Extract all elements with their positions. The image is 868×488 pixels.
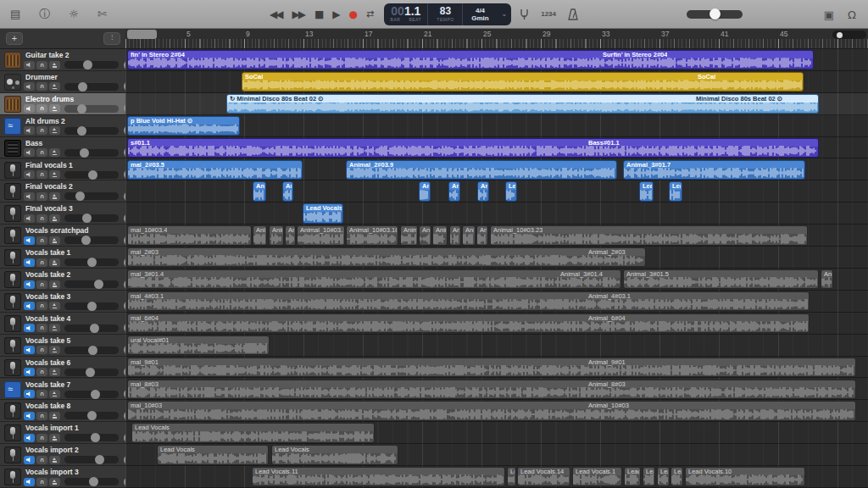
- volume-slider-thumb[interactable]: [87, 302, 97, 311]
- volume-slider-thumb[interactable]: [86, 368, 95, 377]
- track-header-final-vocals-1[interactable]: Final vocals 1∩: [0, 159, 125, 181]
- region-anim[interactable]: Anim: [432, 225, 448, 245]
- mute-button[interactable]: [24, 192, 35, 201]
- cycle-region[interactable]: [127, 30, 157, 39]
- mute-button[interactable]: [24, 170, 35, 179]
- volume-slider[interactable]: [64, 412, 119, 419]
- solo-button[interactable]: ∩: [36, 368, 47, 376]
- volume-slider-thumb[interactable]: [95, 455, 104, 464]
- count-in-button[interactable]: 1234: [541, 10, 556, 18]
- region-ani[interactable]: Ani: [477, 181, 489, 201]
- volume-slider-thumb[interactable]: [94, 280, 103, 289]
- track-header-vocals-take-6[interactable]: Vocals take 6∩: [0, 357, 125, 379]
- volume-slider-thumb[interactable]: [87, 411, 97, 420]
- volume-slider-thumb[interactable]: [91, 433, 100, 442]
- volume-slider[interactable]: [64, 171, 119, 179]
- input-monitor-button[interactable]: [49, 192, 60, 201]
- region-anim[interactable]: Anim: [253, 225, 267, 245]
- input-monitor-button[interactable]: [49, 302, 60, 310]
- mute-button[interactable]: [24, 324, 35, 332]
- mute-button[interactable]: [24, 368, 35, 376]
- quick-help-icon[interactable]: Ω: [848, 9, 856, 20]
- solo-button[interactable]: ∩: [36, 456, 47, 464]
- region-animal-10-03-14[interactable]: Animal_10#03.14: [297, 225, 345, 245]
- region-anima[interactable]: Anima: [269, 225, 284, 245]
- input-monitor-button[interactable]: [49, 258, 60, 267]
- volume-slider[interactable]: [64, 83, 119, 91]
- volume-slider-thumb[interactable]: [90, 324, 99, 333]
- lcd-chevron-icon[interactable]: ⌄: [498, 3, 512, 25]
- region-ani[interactable]: Ani: [821, 269, 833, 289]
- input-monitor-button[interactable]: [49, 324, 60, 332]
- volume-slider[interactable]: [64, 369, 119, 376]
- mute-button[interactable]: [24, 434, 35, 442]
- solo-button[interactable]: ∩: [36, 61, 47, 69]
- region-lead-vocals-11[interactable]: Lead Vocals.11: [252, 467, 505, 486]
- solo-button[interactable]: ∩: [36, 324, 47, 332]
- region-mal-3-01-4[interactable]: mal_3#01.4Animal_3#01.4: [127, 269, 621, 289]
- input-monitor-button[interactable]: [49, 61, 60, 69]
- volume-slider-thumb[interactable]: [83, 60, 92, 69]
- region-lead-vocals[interactable]: Lead Vocals: [157, 445, 269, 464]
- mute-button[interactable]: [24, 478, 35, 486]
- region-le[interactable]: Le: [505, 181, 517, 201]
- mute-button[interactable]: [24, 412, 35, 420]
- solo-button[interactable]: ∩: [36, 412, 47, 420]
- mute-button[interactable]: [24, 214, 35, 223]
- track-header-vocals-import-2[interactable]: Vocals import 2∩: [0, 444, 125, 466]
- mute-button[interactable]: [24, 236, 35, 245]
- volume-slider[interactable]: [64, 127, 119, 135]
- volume-slider-thumb[interactable]: [88, 346, 97, 355]
- solo-button[interactable]: ∩: [36, 192, 47, 201]
- solo-button[interactable]: ∩: [36, 434, 47, 442]
- mute-button[interactable]: [24, 82, 35, 91]
- volume-slider[interactable]: [64, 61, 119, 69]
- region-p-blue-void-hi-hat-[interactable]: p Blue Void Hi-Hat ⊙: [127, 116, 240, 136]
- track-header-vocals-scratchpad[interactable]: Vocals scratchpad∩: [0, 225, 125, 247]
- display-icon[interactable]: ☼: [69, 8, 79, 19]
- input-monitor-button[interactable]: [49, 478, 60, 486]
- region-anim[interactable]: Anim: [253, 181, 266, 201]
- solo-button[interactable]: ∩: [36, 170, 47, 179]
- input-monitor-button[interactable]: [49, 434, 60, 442]
- region-lead-vocals[interactable]: Lead Vocals: [131, 423, 375, 442]
- input-monitor-button[interactable]: [49, 82, 60, 91]
- region-lead[interactable]: Lead: [643, 467, 655, 486]
- volume-slider[interactable]: [64, 280, 119, 288]
- input-monitor-button[interactable]: [49, 126, 60, 135]
- volume-slider[interactable]: [64, 214, 119, 222]
- master-volume-thumb[interactable]: [709, 8, 721, 19]
- rewind-button[interactable]: ◀◀: [270, 8, 281, 20]
- region-mal-8-03[interactable]: mal_8#03Animal_8#03: [127, 380, 856, 399]
- master-volume-slider[interactable]: [687, 10, 743, 19]
- track-header-vocals-take-3[interactable]: Vocals take 3∩: [0, 291, 125, 313]
- solo-button[interactable]: ∩: [36, 214, 47, 223]
- region-lead[interactable]: Lead: [639, 181, 654, 201]
- volume-slider[interactable]: [64, 478, 119, 485]
- region-animal-3-01-5[interactable]: Animal_3#01.5: [623, 269, 819, 289]
- region-lead-vocals-1[interactable]: Lead Vocals.1: [572, 467, 622, 486]
- track-header-electro-drums[interactable]: Electro drums∩: [0, 93, 125, 115]
- mute-button[interactable]: [24, 302, 35, 310]
- mute-button[interactable]: [24, 280, 35, 289]
- metronome-icon[interactable]: [568, 8, 578, 20]
- region-lead[interactable]: Lead: [657, 467, 670, 486]
- track-header-guitar-take-2[interactable]: Guitar take 2∩: [0, 49, 125, 71]
- region-fin-in-stereo-2-04[interactable]: fin' in Stereo 2#04Surfin' in Stereo 2#0…: [127, 50, 814, 69]
- region-mal-6-04[interactable]: mal_6#04Animal_6#04: [127, 313, 810, 333]
- region-animal-2-03-9[interactable]: Animal_2#03.9: [346, 160, 617, 180]
- volume-slider[interactable]: [64, 324, 119, 332]
- zoom-slider-thumb[interactable]: [837, 32, 843, 38]
- bar-ruler[interactable]: 59131721252933374145: [125, 29, 868, 49]
- volume-slider-thumb[interactable]: [77, 104, 86, 114]
- region-lead[interactable]: Lead: [624, 467, 641, 486]
- volume-slider-thumb[interactable]: [89, 477, 98, 486]
- display-mode-icon[interactable]: ▣: [824, 9, 834, 20]
- region-lead-vocals-4[interactable]: Lead Vocals.4: [303, 203, 343, 223]
- solo-button[interactable]: ∩: [36, 236, 47, 245]
- volume-slider[interactable]: [64, 391, 119, 398]
- track-lane[interactable]: [125, 180, 868, 202]
- help-icon[interactable]: ⓘ: [39, 8, 50, 19]
- region-animal-3-01-7[interactable]: Animal_3#01.7: [623, 160, 805, 180]
- region-socal[interactable]: SoCalSoCal: [242, 72, 804, 92]
